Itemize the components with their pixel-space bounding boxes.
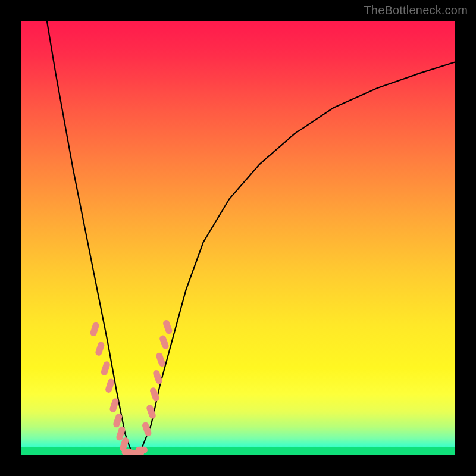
marker	[95, 341, 105, 356]
plot-area	[21, 21, 455, 455]
marker	[155, 352, 167, 367]
marker	[105, 378, 115, 393]
curve-layer	[21, 21, 455, 455]
marker	[100, 361, 111, 376]
marker	[159, 334, 170, 350]
marker	[136, 447, 148, 453]
chart-frame: TheBottleneck.com	[0, 0, 476, 476]
watermark-label: TheBottleneck.com	[364, 4, 468, 17]
highlight-markers-right	[141, 319, 173, 437]
marker	[89, 321, 100, 337]
highlight-markers-left	[89, 321, 130, 452]
marker	[109, 397, 120, 413]
marker	[141, 421, 152, 437]
marker	[162, 319, 173, 334]
marker	[112, 412, 123, 428]
marker	[152, 369, 164, 384]
